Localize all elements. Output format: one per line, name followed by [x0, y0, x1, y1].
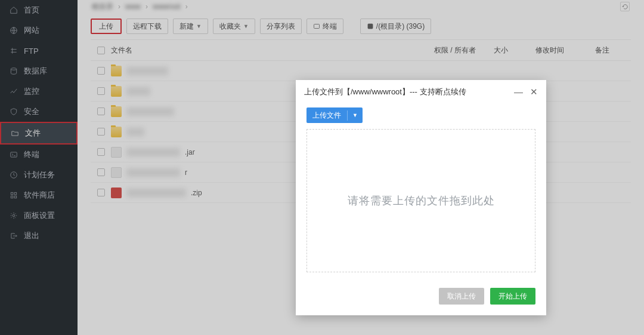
- upload-modal: 上传文件到【/www/wwwroot】--- 支持断点续传 — ✕ 上传文件 ▼…: [296, 80, 546, 315]
- button-label: 开始上传: [499, 292, 527, 300]
- dropzone[interactable]: 请将需要上传的文件拖到此处: [306, 129, 535, 272]
- caret-down-icon[interactable]: ▼: [348, 112, 363, 118]
- modal-body: 上传文件 ▼ 请将需要上传的文件拖到此处: [296, 104, 546, 281]
- cancel-upload-button[interactable]: 取消上传: [439, 288, 484, 305]
- modal-footer: 取消上传 开始上传: [296, 281, 546, 315]
- button-label: 取消上传: [447, 292, 476, 300]
- choose-file-button[interactable]: 上传文件 ▼: [306, 107, 363, 123]
- modal-title: 上传文件到【/www/wwwroot】--- 支持断点续传: [304, 87, 466, 97]
- modal-header: 上传文件到【/www/wwwroot】--- 支持断点续传 — ✕: [296, 80, 546, 104]
- start-upload-button[interactable]: 开始上传: [490, 288, 535, 305]
- minimize-icon[interactable]: —: [514, 87, 523, 97]
- dropzone-hint: 请将需要上传的文件拖到此处: [348, 193, 495, 208]
- close-icon[interactable]: ✕: [530, 87, 538, 97]
- button-label: 上传文件: [306, 110, 348, 121]
